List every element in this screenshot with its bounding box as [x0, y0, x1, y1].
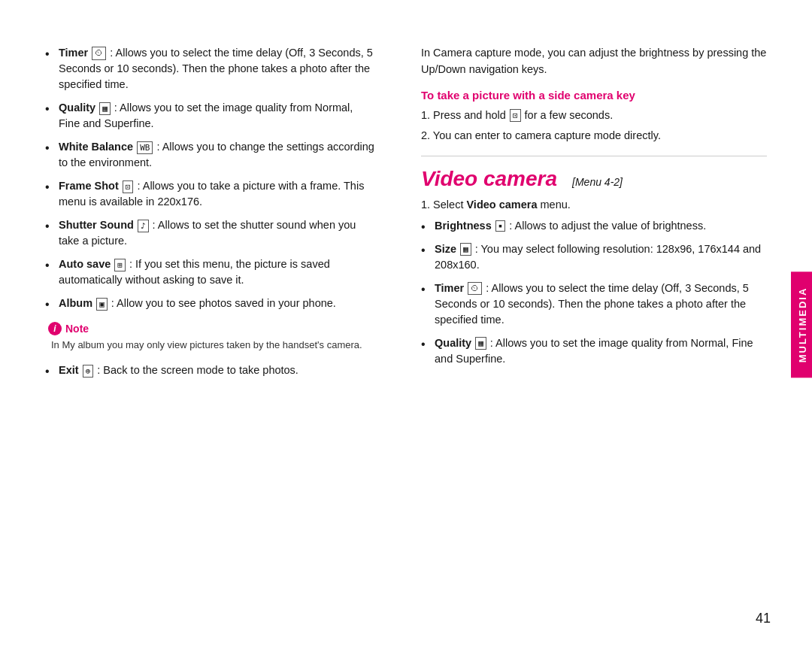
intro-text: In Camera capture mode, you can adjust t… — [421, 45, 767, 78]
divider — [421, 156, 767, 156]
icon-album: ▣ — [96, 298, 108, 311]
video-camera-title-row: Video camera [Menu 4-2] — [421, 167, 767, 191]
term-brightness: Brightness — [435, 220, 492, 232]
icon-side-camera: ⊡ — [510, 109, 521, 122]
icon-quality: ▦ — [99, 102, 111, 115]
sidebar-multimedia-tab: MULTIMEDIA — [791, 271, 812, 378]
term-white-balance: White Balance — [59, 141, 133, 153]
list-item-size: Size ▦ : You may select following resolu… — [421, 241, 767, 273]
side-camera-step-1: 1. Press and hold ⊡ for a few seconds. — [421, 108, 767, 123]
term-quality-video: Quality — [435, 337, 471, 349]
left-bullet-list: Timer ⏲ : Allows you to select the time … — [45, 45, 376, 311]
term-size: Size — [435, 243, 456, 255]
note-title-row: i Note — [48, 322, 376, 335]
icon-quality-video: ▦ — [475, 337, 486, 350]
video-camera-title: Video camera — [421, 167, 557, 191]
list-item-shutter-sound: Shutter Sound ♪ : Allows to set the shut… — [45, 217, 376, 249]
list-item-quality-video: Quality ▦ : Allows you to set the image … — [421, 335, 767, 367]
video-camera-step1: 1. Select Video camera menu. — [421, 199, 767, 211]
term-timer-video: Timer — [435, 282, 464, 294]
list-item-exit: Exit ⊕ : Back to the screen mode to take… — [45, 362, 376, 378]
icon-white-balance: WB — [137, 141, 153, 154]
list-item-timer-video: Timer ⏲ : Allows you to select the time … — [421, 281, 767, 328]
side-camera-step-2: 2. You can enter to camera capture mode … — [421, 128, 767, 144]
term-timer: Timer — [59, 47, 88, 59]
note-label: Note — [65, 323, 89, 335]
list-item-auto-save: Auto save ⊞ : If you set this menu, the … — [45, 256, 376, 288]
icon-size: ▦ — [460, 243, 471, 256]
video-camera-section: Video camera [Menu 4-2] 1. Select Video … — [421, 167, 767, 367]
list-item-album: Album ▣ : Allow you to see photos saved … — [45, 296, 376, 311]
video-camera-bullet-list: Brightness ▪ : Allows to adjust the valu… — [421, 218, 767, 367]
icon-frame-shot: ⊡ — [123, 180, 134, 193]
text-exit: : Back to the screen mode to take photos… — [97, 364, 298, 376]
text-brightness: : Allows to adjust the value of brightne… — [509, 220, 706, 232]
term-auto-save: Auto save — [59, 258, 111, 270]
list-item-brightness: Brightness ▪ : Allows to adjust the valu… — [421, 218, 767, 234]
list-item-timer: Timer ⏲ : Allows you to select the time … — [45, 45, 376, 92]
icon-timer: ⏲ — [92, 47, 106, 59]
icon-brightness: ▪ — [495, 220, 505, 232]
list-item-quality: Quality ▦ : Allows you to set the image … — [45, 100, 376, 132]
left-column: Timer ⏲ : Allows you to select the time … — [45, 45, 406, 604]
icon-timer-video: ⏲ — [468, 282, 482, 295]
text-album: : Allow you to see photos saved in your … — [111, 297, 336, 309]
term-shutter-sound: Shutter Sound — [59, 219, 134, 231]
term-album: Album — [59, 297, 92, 309]
side-camera-heading: To take a picture with a side camera key — [421, 89, 767, 102]
icon-shutter-sound: ♪ — [138, 220, 149, 232]
menu-label: [Menu 4-2] — [572, 176, 623, 188]
term-exit: Exit — [59, 364, 79, 376]
note-icon: i — [48, 322, 62, 335]
exit-bullet-list: Exit ⊕ : Back to the screen mode to take… — [45, 362, 376, 378]
list-item-frame-shot: Frame Shot ⊡ : Allows you to take a pict… — [45, 178, 376, 210]
term-quality: Quality — [59, 102, 95, 114]
page-container: Timer ⏲ : Allows you to select the time … — [0, 0, 812, 649]
note-box: i Note In My album you may only view pic… — [45, 322, 376, 352]
video-camera-term: Video camera — [466, 199, 537, 211]
page-number: 41 — [756, 611, 771, 626]
icon-auto-save: ⊞ — [114, 259, 126, 271]
note-text: In My album you may only view pictures t… — [48, 338, 376, 352]
text-size: : You may select following resolution: 1… — [435, 243, 761, 271]
list-item-white-balance: White Balance WB : Allows you to change … — [45, 139, 376, 171]
icon-exit: ⊕ — [83, 365, 94, 378]
right-column: In Camera capture mode, you can adjust t… — [406, 45, 767, 604]
term-frame-shot: Frame Shot — [59, 180, 119, 192]
